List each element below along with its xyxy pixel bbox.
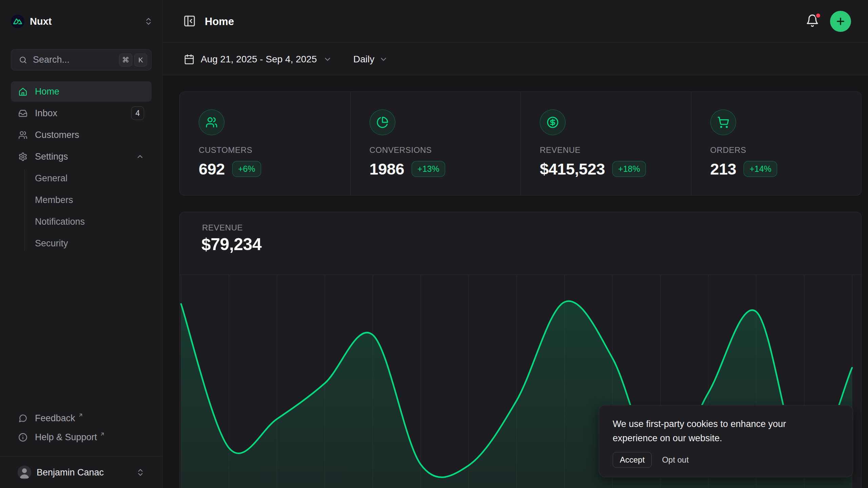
pie-chart-icon (370, 109, 395, 135)
revenue-panel-value: $79,234 (201, 235, 261, 254)
help-support-label: Help & Support (35, 432, 97, 443)
stat-label: ORDERS (710, 145, 848, 155)
chevron-up-down-icon (136, 468, 145, 477)
kbd-k: K (134, 54, 147, 66)
gear-icon (18, 152, 27, 161)
notification-dot (815, 13, 821, 19)
external-link-icon (78, 412, 83, 418)
sidebar-item-members[interactable]: Members (11, 190, 152, 210)
stat-card-orders[interactable]: ORDERS 213 +14% (691, 92, 862, 195)
sidebar-item-label: Settings (35, 151, 68, 162)
workspace-name: Nuxt (30, 16, 52, 27)
stat-label: REVENUE (540, 145, 677, 155)
sidebar-collapse-icon[interactable] (183, 15, 196, 27)
external-link-icon (100, 431, 105, 437)
dashboard-page: { "brand": { "name": "Nuxt", "accent_col… (0, 0, 868, 488)
sidebar-item-label: Home (35, 86, 59, 97)
filter-bar: Aug 21, 2025 - Sep 4, 2025 Daily (163, 43, 868, 75)
stat-card-revenue[interactable]: REVENUE $415,523 +18% (520, 92, 691, 195)
user-name: Benjamin Canac (37, 467, 104, 478)
sidebar: Nuxt Search... ⌘ K Home Inbox 4 (0, 0, 163, 488)
sidebar-footer: Feedback Help & Support (11, 409, 152, 447)
cookie-message: We use first-party cookies to enhance yo… (613, 417, 823, 445)
info-circle-icon (18, 433, 27, 442)
stat-delta-badge: +18% (612, 161, 646, 177)
granularity-select[interactable]: Daily (353, 51, 388, 68)
sidebar-item-label: Inbox (35, 108, 57, 119)
add-button[interactable] (830, 11, 851, 32)
dollar-circle-icon (540, 109, 566, 135)
cart-icon (710, 109, 736, 135)
sidebar-nav: Home Inbox 4 Customers Settings (11, 81, 152, 255)
top-header: Home (163, 0, 868, 43)
sidebar-item-customers[interactable]: Customers (11, 125, 152, 145)
stat-value: 213 (710, 160, 736, 178)
subnav-guide-line (24, 169, 25, 251)
sidebar-item-general[interactable]: General (11, 168, 152, 188)
sidebar-divider (0, 456, 162, 456)
chevron-up-down-icon (144, 17, 153, 26)
stat-card-customers[interactable]: CUSTOMERS 692 +6% (180, 92, 350, 195)
date-range-picker[interactable]: Aug 21, 2025 - Sep 4, 2025 (184, 51, 332, 68)
kbd-cmd: ⌘ (119, 54, 132, 66)
feedback-label: Feedback (35, 413, 75, 424)
feedback-link[interactable]: Feedback (11, 409, 152, 428)
stat-delta-badge: +13% (412, 161, 445, 177)
chevron-down-icon (379, 55, 388, 64)
chevron-down-icon (323, 55, 332, 64)
search-input[interactable]: Search... ⌘ K (11, 49, 152, 70)
settings-subnav: General Members Notifications Security (11, 168, 152, 253)
search-placeholder: Search... (33, 55, 70, 65)
stat-label: CUSTOMERS (199, 145, 337, 155)
sidebar-item-notifications[interactable]: Notifications (11, 211, 152, 232)
workspace-switcher[interactable]: Nuxt (11, 14, 153, 29)
date-range-value: Aug 21, 2025 - Sep 4, 2025 (201, 54, 317, 65)
user-menu[interactable]: Benjamin Canac (11, 462, 152, 483)
stat-label: CONVERSIONS (370, 145, 507, 155)
accept-button[interactable]: Accept (613, 452, 652, 468)
search-shortcut: ⌘ K (119, 54, 147, 66)
sidebar-item-home[interactable]: Home (11, 81, 152, 102)
sidebar-item-security[interactable]: Security (11, 233, 152, 253)
home-icon (18, 87, 27, 96)
stat-value: 692 (199, 160, 225, 178)
granularity-value: Daily (353, 54, 374, 65)
inbox-count-badge: 4 (131, 106, 144, 120)
nuxt-logo-icon (11, 15, 24, 28)
stat-delta-badge: +14% (744, 161, 777, 177)
help-support-link[interactable]: Help & Support (11, 428, 152, 447)
stat-value: 1986 (370, 160, 405, 178)
stat-card-conversions[interactable]: CONVERSIONS 1986 +13% (350, 92, 521, 195)
revenue-panel-label: REVENUE (202, 223, 243, 232)
user-avatar (18, 466, 31, 479)
main-content: CUSTOMERS 692 +6% CONVERSIONS 1986 +13% … (163, 75, 868, 488)
cookie-consent-toast: We use first-party cookies to enhance yo… (599, 405, 853, 477)
search-icon (19, 56, 27, 64)
users-icon (199, 109, 224, 135)
stat-value: $415,523 (540, 160, 605, 178)
message-bubble-icon (18, 414, 27, 423)
inbox-icon (18, 109, 27, 118)
stat-delta-badge: +6% (232, 161, 261, 177)
stats-row: CUSTOMERS 692 +6% CONVERSIONS 1986 +13% … (179, 92, 862, 196)
users-icon (18, 130, 27, 140)
opt-out-button[interactable]: Opt out (660, 452, 691, 467)
page-title: Home (205, 16, 234, 28)
sidebar-item-settings[interactable]: Settings (11, 146, 152, 167)
calendar-icon (184, 54, 195, 65)
chevron-up-icon (136, 152, 144, 161)
bell-icon[interactable] (806, 14, 819, 27)
sidebar-item-label: Customers (35, 130, 79, 140)
sidebar-item-inbox[interactable]: Inbox 4 (11, 103, 152, 123)
